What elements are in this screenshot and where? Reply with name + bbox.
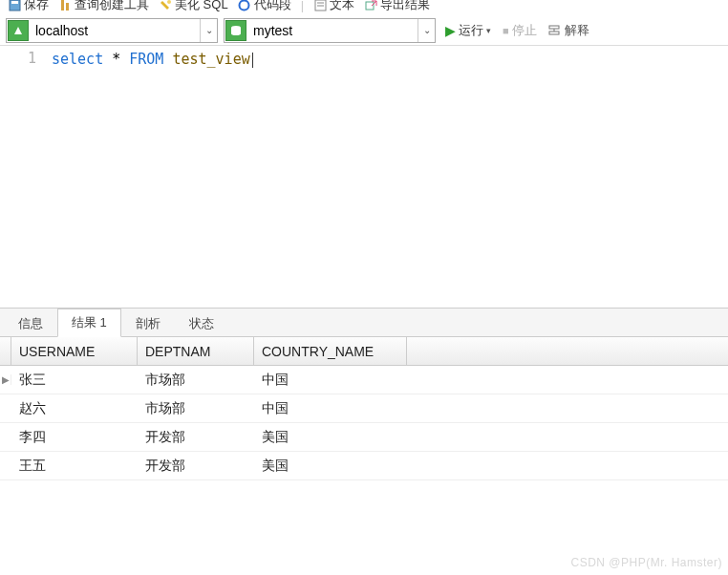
beautify-sql-icon xyxy=(159,0,172,11)
query-builder-button[interactable]: 查询创建工具 xyxy=(58,0,149,13)
export-results-label: 导出结果 xyxy=(380,0,430,13)
connection-bar: localhost ⌄ mytest ⌄ ▶ 运行 ▾ ■ 停止 解释 xyxy=(0,15,728,46)
export-icon xyxy=(364,0,377,11)
save-button[interactable]: 保存 xyxy=(8,0,49,13)
beautify-sql-label: 美化 SQL xyxy=(175,0,228,13)
save-label: 保存 xyxy=(24,0,49,13)
cell-deptnam[interactable]: 市场部 xyxy=(138,368,254,393)
grid-body: ▶ 张三 市场部 中国 赵六 市场部 中国 李四 开发部 美国 王五 开发部 xyxy=(0,366,728,480)
cell-country[interactable]: 中国 xyxy=(254,396,407,421)
cell-deptnam[interactable]: 开发部 xyxy=(138,454,254,479)
table-row[interactable]: 李四 开发部 美国 xyxy=(0,423,728,452)
cell-country[interactable]: 美国 xyxy=(254,454,407,479)
editor-gutter: 1 xyxy=(0,46,46,308)
sql-text: * xyxy=(103,51,129,68)
cursor-icon xyxy=(252,53,253,68)
svg-rect-9 xyxy=(366,2,374,10)
svg-rect-2 xyxy=(61,0,64,11)
host-value: localhost xyxy=(30,23,200,38)
run-label: 运行 xyxy=(459,22,483,39)
chevron-down-icon: ⌄ xyxy=(200,19,217,42)
watermark: CSDN @PHP(Mr. Hamster) xyxy=(570,556,722,569)
connection-icon xyxy=(8,20,29,41)
separator: | xyxy=(301,0,304,12)
svg-rect-11 xyxy=(549,26,559,29)
cell-country[interactable]: 中国 xyxy=(254,368,407,393)
cell-username[interactable]: 王五 xyxy=(11,454,138,479)
cell-username[interactable]: 张三 xyxy=(11,368,138,393)
cell-country[interactable]: 美国 xyxy=(254,425,407,450)
text-button[interactable]: 文本 xyxy=(313,0,354,13)
column-header-deptnam[interactable]: DEPTNAM xyxy=(138,337,254,365)
cell-deptnam[interactable]: 开发部 xyxy=(138,425,254,450)
stop-icon: ■ xyxy=(503,25,509,36)
top-toolbar: 保存 查询创建工具 美化 SQL 代码段 | 文本 导出结果 xyxy=(0,0,728,15)
column-header-country[interactable]: COUNTRY_NAME xyxy=(254,337,407,365)
code-area[interactable]: select * FROM test_view xyxy=(46,46,728,308)
stop-button: ■ 停止 xyxy=(499,20,541,41)
cell-deptnam[interactable]: 市场部 xyxy=(138,396,254,421)
explain-button[interactable]: 解释 xyxy=(545,20,593,41)
svg-point-4 xyxy=(167,0,171,4)
tab-info[interactable]: 信息 xyxy=(4,309,57,337)
stop-label: 停止 xyxy=(512,22,537,39)
code-line: select * FROM test_view xyxy=(52,50,728,69)
code-snippet-icon xyxy=(238,0,251,11)
grid-header: USERNAME DEPTNAM COUNTRY_NAME xyxy=(0,337,728,366)
query-builder-icon xyxy=(58,0,72,11)
results-section: 信息 结果 1 剖析 状态 USERNAME DEPTNAM COUNTRY_N… xyxy=(0,309,728,480)
dropdown-chevron-icon: ▾ xyxy=(486,26,491,35)
save-icon xyxy=(8,0,21,11)
code-snippet-button[interactable]: 代码段 xyxy=(238,0,291,13)
result-tabs: 信息 结果 1 剖析 状态 xyxy=(0,309,728,337)
play-icon: ▶ xyxy=(445,23,456,38)
text-icon xyxy=(313,0,327,11)
explain-label: 解释 xyxy=(565,22,589,39)
table-name: test_view xyxy=(163,51,249,68)
beautify-sql-button[interactable]: 美化 SQL xyxy=(159,0,228,13)
chevron-down-icon: ⌄ xyxy=(418,19,435,42)
table-row[interactable]: 赵六 市场部 中国 xyxy=(0,394,728,423)
export-results-button[interactable]: 导出结果 xyxy=(364,0,430,13)
result-grid: USERNAME DEPTNAM COUNTRY_NAME ▶ 张三 市场部 中… xyxy=(0,337,728,480)
host-dropdown[interactable]: localhost ⌄ xyxy=(6,18,218,43)
keyword: select xyxy=(52,51,103,68)
column-header-username[interactable]: USERNAME xyxy=(11,337,138,365)
explain-icon xyxy=(548,24,562,37)
svg-rect-1 xyxy=(11,1,18,4)
sql-editor[interactable]: 1 select * FROM test_view xyxy=(0,46,728,309)
row-header-corner xyxy=(0,337,11,365)
tab-profile[interactable]: 剖析 xyxy=(121,309,175,337)
cell-username[interactable]: 李四 xyxy=(11,425,138,450)
schema-dropdown[interactable]: mytest ⌄ xyxy=(224,18,436,43)
table-row[interactable]: ▶ 张三 市场部 中国 xyxy=(0,366,728,394)
line-number: 1 xyxy=(0,50,36,67)
action-buttons: ▶ 运行 ▾ ■ 停止 解释 xyxy=(441,20,593,41)
schema-value: mytest xyxy=(247,23,418,38)
run-button[interactable]: ▶ 运行 ▾ xyxy=(441,20,495,41)
svg-point-5 xyxy=(240,0,249,10)
query-builder-label: 查询创建工具 xyxy=(75,0,149,13)
cell-username[interactable]: 赵六 xyxy=(11,396,138,421)
svg-rect-12 xyxy=(549,32,559,34)
code-snippet-label: 代码段 xyxy=(254,0,291,13)
keyword: FROM xyxy=(129,51,163,68)
table-row[interactable]: 王五 开发部 美国 xyxy=(0,452,728,480)
tab-status[interactable]: 状态 xyxy=(175,309,228,337)
row-indicator-icon: ▶ xyxy=(0,374,11,385)
text-label: 文本 xyxy=(330,0,354,13)
database-icon xyxy=(225,20,246,41)
svg-rect-3 xyxy=(66,3,69,11)
tab-result-1[interactable]: 结果 1 xyxy=(57,309,121,337)
